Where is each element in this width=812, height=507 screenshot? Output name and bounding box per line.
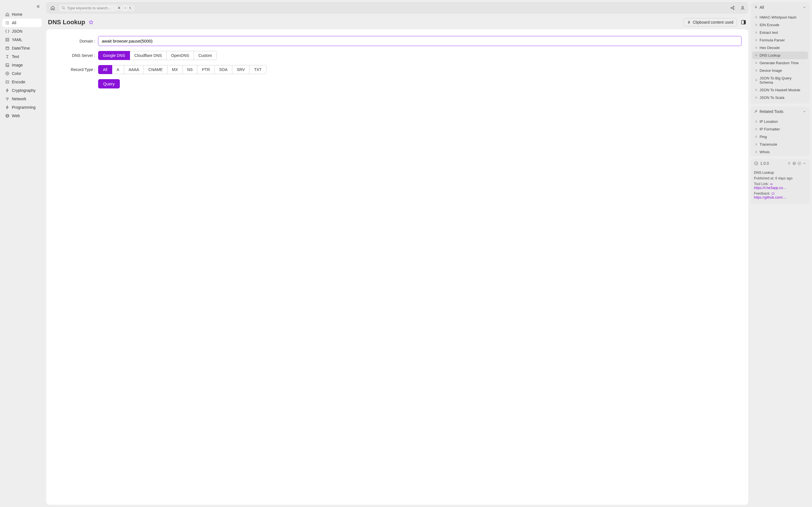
domain-label: Domain :: [53, 39, 98, 43]
sidebar-item-image[interactable]: Image: [2, 61, 42, 69]
sidebar-item-all[interactable]: All: [2, 18, 42, 27]
sidebar: HomeAllJSONYAMLDate/TimeTextImageColorEn…: [0, 0, 44, 507]
sidebar-item-programming[interactable]: Programming: [2, 103, 42, 112]
dns-server-option-opendns[interactable]: OpenDNS: [166, 51, 194, 60]
info-panel: 1.0.0 DNS Lookup Published at: 6 days ag…: [751, 159, 810, 204]
tool-item-generate-random-time[interactable]: Generate Random Time: [752, 59, 808, 67]
sidebar-item-network[interactable]: Network: [2, 95, 42, 103]
right-panel: All HMAC-Whirlpool HashIDN EncodeExtract…: [751, 0, 812, 507]
pin-icon: [755, 16, 758, 19]
sidebar-item-label: Image: [12, 63, 23, 67]
tool-item-device-image[interactable]: Device Image: [752, 67, 808, 74]
query-button[interactable]: Query: [98, 79, 120, 89]
sidebar-item-date-time[interactable]: Date/Time: [2, 44, 42, 52]
tool-item-extract-text[interactable]: Extract text: [752, 29, 808, 36]
topbar: Type keywords to search... ⌘ + K: [46, 2, 748, 13]
sidebar-item-label: Color: [12, 71, 21, 76]
sidebar-item-label: Date/Time: [12, 46, 30, 50]
clipboard-used-label: Clipboard content used: [693, 20, 733, 24]
toggle-right-panel-button[interactable]: [741, 19, 747, 25]
related-tools-header[interactable]: Related Tools: [751, 107, 810, 117]
related-tools-header-label: Related Tools: [760, 109, 783, 114]
record-type-option-cname[interactable]: CNAME: [144, 65, 167, 74]
tool-item-formula-parser[interactable]: Formula Parser: [752, 36, 808, 44]
clipboard-used-button[interactable]: Clipboard content used: [683, 18, 737, 26]
tool-item-json-to-scala[interactable]: JSON To Scala: [752, 94, 808, 101]
sidebar-item-label: Home: [12, 12, 22, 17]
chevron-down-icon[interactable]: [802, 161, 806, 165]
sidebar-item-cryptography[interactable]: Cryptography: [2, 86, 42, 95]
sidebar-item-text[interactable]: Text: [2, 52, 42, 61]
tool-item-json-to-big-query-schema[interactable]: JSON To Big Query Schema: [752, 74, 808, 86]
tool-item-label: HMAC-Whirlpool Hash: [760, 15, 797, 19]
version-label: 1.0.0: [760, 161, 769, 166]
record-type-option-mx[interactable]: MX: [167, 65, 183, 74]
dns-server-label: DNS Server :: [53, 53, 98, 58]
kbd-plus: +: [124, 6, 126, 10]
record-type-option-srv[interactable]: SRV: [232, 65, 250, 74]
feedback-link[interactable]: https://github.com/…: [754, 195, 786, 200]
chat-icon: [771, 192, 775, 195]
record-type-option-soa[interactable]: SOA: [214, 65, 232, 74]
star-icon: [89, 20, 94, 25]
record-type-option-aaaa[interactable]: AAAA: [124, 65, 144, 74]
chevron-down-icon: [802, 110, 806, 114]
share-icon: [730, 5, 735, 10]
sidebar-item-json[interactable]: JSON: [2, 27, 42, 36]
tool-item-hex-decode[interactable]: Hex Decode: [752, 44, 808, 52]
search-input[interactable]: Type keywords to search... ⌘ + K: [59, 4, 135, 12]
all-tools-header[interactable]: All: [751, 2, 810, 12]
sidebar-item-color[interactable]: Color: [2, 69, 42, 78]
record-type-option-ptr[interactable]: PTR: [197, 65, 214, 74]
tool-item-ping[interactable]: Ping: [752, 133, 808, 140]
kbd-cmd: ⌘: [116, 6, 122, 10]
info-icon: [754, 161, 758, 166]
tool-item-ip-formatter[interactable]: IP Formatter: [752, 125, 808, 133]
tool-item-label: Formula Parser: [760, 38, 785, 42]
encode-icon: [5, 80, 10, 84]
tool-item-ip-location[interactable]: IP Location: [752, 118, 808, 125]
chevron-down-icon: [802, 5, 806, 9]
lightning-icon: [5, 105, 10, 110]
home-button[interactable]: [49, 4, 57, 12]
tool-item-label: IP Formatter: [760, 127, 780, 131]
tool-item-label: Whois: [760, 150, 770, 154]
tool-item-idn-encode[interactable]: IDN Encode: [752, 21, 808, 29]
tool-item-traceroute[interactable]: Traceroute: [752, 140, 808, 148]
chevrons-left-icon: [36, 4, 40, 9]
sidebar-item-home[interactable]: Home: [2, 10, 42, 18]
sidebar-item-web[interactable]: Web: [2, 112, 42, 120]
tool-item-hmac-whirlpool-hash[interactable]: HMAC-Whirlpool Hash: [752, 13, 808, 21]
dns-server-option-custom[interactable]: Custom: [194, 51, 217, 60]
tool-item-label: Hex Decode: [760, 46, 780, 50]
share-button[interactable]: [729, 5, 735, 11]
record-type-option-txt[interactable]: TXT: [249, 65, 266, 74]
grid-icon: [5, 20, 10, 25]
collapse-sidebar-button[interactable]: [36, 4, 41, 9]
dns-server-option-google-dns[interactable]: Google DNS: [98, 51, 130, 60]
tool-item-label: DNS Lookup: [760, 53, 780, 57]
image-icon: [5, 63, 10, 67]
main-column: Type keywords to search... ⌘ + K DNS Loo…: [44, 0, 751, 507]
tool-item-label: Ping: [760, 135, 767, 139]
record-type-option-ns[interactable]: NS: [183, 65, 197, 74]
record-type-option-all[interactable]: All: [98, 65, 112, 74]
pin-icon: [755, 31, 758, 34]
tool-item-dns-lookup[interactable]: DNS Lookup: [752, 52, 808, 59]
pin-icon: [755, 151, 758, 154]
sidebar-item-encode[interactable]: Encode: [2, 78, 42, 86]
pin-icon: [755, 39, 758, 42]
link-icon: [770, 182, 773, 186]
favorite-button[interactable]: [88, 19, 94, 25]
info-title: DNS Lookup: [754, 171, 806, 175]
tool-link[interactable]: https://t.he3app.co…: [754, 186, 786, 190]
tool-item-json-to-haskell-module[interactable]: JSON To Haskell Module: [752, 86, 808, 94]
sidebar-item-yaml[interactable]: YAML: [2, 36, 42, 44]
tool-item-label: JSON To Scala: [760, 96, 784, 100]
tool-item-whois[interactable]: Whois: [752, 148, 808, 156]
user-button[interactable]: [740, 5, 746, 11]
domain-input[interactable]: [98, 36, 742, 46]
record-type-option-a[interactable]: A: [112, 65, 124, 74]
all-tools-panel: All HMAC-Whirlpool HashIDN EncodeExtract…: [751, 2, 810, 104]
dns-server-option-cloudflare-dns[interactable]: Cloudflare DNS: [130, 51, 167, 60]
